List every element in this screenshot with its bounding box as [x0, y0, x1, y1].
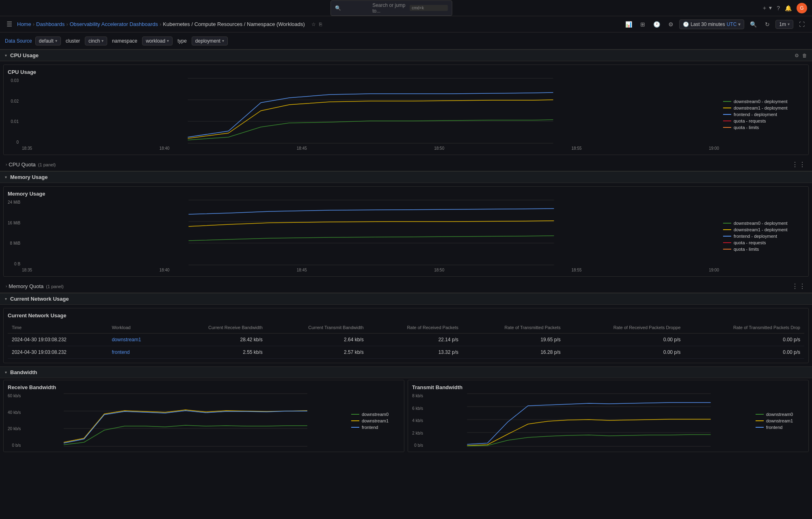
- bandwidth-section-header[interactable]: ▾ Bandwidth: [0, 366, 812, 378]
- menu-icon[interactable]: ☰: [5, 19, 14, 30]
- cpu-delete-icon[interactable]: 🗑: [802, 53, 807, 58]
- breadcrumb-sep1: ›: [33, 21, 35, 27]
- breadcrumb-current: Kubernetes / Compute Resources / Namespa…: [163, 21, 304, 27]
- clock-icon[interactable]: 🕐: [651, 19, 663, 29]
- col-rx-packets: Rate of Received Packets: [368, 322, 462, 334]
- workload-filter[interactable]: workload ▾: [142, 37, 173, 45]
- default-filter[interactable]: default ▾: [35, 37, 61, 45]
- memory-quota-section[interactable]: › Memory Quota (1 panel) ⋮⋮: [0, 280, 812, 293]
- network-table: Time Workload Current Receive Bandwidth …: [8, 322, 804, 359]
- deployment-caret: ▾: [222, 39, 224, 43]
- search-box[interactable]: 🔍 Search or jump to... cmd+k: [330, 0, 452, 16]
- breadcrumb-dashboards[interactable]: Dashboards: [36, 21, 65, 27]
- cpu-x-axis: 18:35 18:40 18:45 18:50 18:55 19:00: [8, 144, 719, 151]
- breadcrumb-observability[interactable]: Observability Accelerator Dashboards: [69, 21, 158, 27]
- plus-icon[interactable]: ＋ ▾: [762, 4, 772, 12]
- cinch-filter[interactable]: cinch ▾: [85, 37, 107, 45]
- mem-legend-quota-lim: quota - limits: [723, 247, 804, 252]
- trans-line-fe: [756, 427, 764, 428]
- receive-bw-wrapper: 60 kb/s 40 kb/s 20 kb/s 0 b/s: [8, 394, 347, 448]
- refresh-caret: ▾: [788, 22, 790, 26]
- search-shortcut: cmd+k: [410, 5, 448, 11]
- cpu-usage-section-header[interactable]: ▾ CPU Usage ⚙ 🗑: [0, 50, 812, 61]
- cpu-quota-section[interactable]: › CPU Quota (1 panel) ⋮⋮: [0, 158, 812, 171]
- network-title: Current Network Usage: [10, 296, 69, 302]
- question-icon[interactable]: ?: [777, 5, 780, 11]
- row2-transmit-bw: 2.57 kb/s: [267, 346, 368, 359]
- zoom-out-icon[interactable]: 🔍: [747, 19, 759, 29]
- cpu-chart-inner: [22, 78, 719, 144]
- cpu-chart-svg: [22, 78, 719, 143]
- receive-bw-chart-area: 60 kb/s 40 kb/s 20 kb/s 0 b/s: [8, 394, 347, 448]
- col-receive-bw: Current Receive Bandwidth: [167, 322, 267, 334]
- cpu-quota-dots-menu[interactable]: ⋮⋮: [792, 161, 806, 168]
- memory-usage-panel: Memory Usage 24 MiB 16 MiB 8 MiB 0 B: [3, 186, 809, 277]
- row2-time: 2024-04-30 19:03:08.232: [8, 346, 108, 359]
- receive-bw-y-axis: 60 kb/s 40 kb/s 20 kb/s 0 b/s: [8, 394, 24, 448]
- row2-rx-packets: 13.32 p/s: [368, 346, 462, 359]
- transmit-bandwidth-panel: Transmit Bandwidth 8 kb/s 6 kb/s 4 kb/s …: [408, 380, 809, 452]
- memory-quota-dots-menu[interactable]: ⋮⋮: [792, 282, 806, 290]
- add-panel-icon[interactable]: ⊞: [638, 19, 648, 29]
- memory-chart-wrapper: 24 MiB 16 MiB 8 MiB 0 B: [8, 200, 719, 266]
- cpu-chart-with-legend: 0.03 0.02 0.01 0: [8, 78, 804, 151]
- share-icon[interactable]: ⎘: [319, 22, 322, 27]
- cpu-legend-quota-lim: quota - limits: [723, 125, 804, 130]
- receive-bw-chart-inner: [24, 394, 347, 448]
- mem-legend-downstream1: downstream1 - deployment: [723, 227, 804, 232]
- mem-line-quota-req: [723, 242, 731, 243]
- default-caret: ▾: [55, 39, 57, 43]
- row1-receive-bw: 28.42 kb/s: [167, 334, 267, 346]
- memory-usage-section-header[interactable]: ▾ Memory Usage: [0, 171, 812, 183]
- cpu-legend-line-downstream1: [723, 108, 731, 108]
- time-range-caret: ▾: [738, 22, 741, 27]
- deployment-filter[interactable]: deployment ▾: [192, 37, 228, 45]
- cpu-usage-icons: ⚙ 🗑: [795, 53, 807, 58]
- expand-icon[interactable]: ⛶: [797, 19, 807, 29]
- user-avatar[interactable]: G: [797, 3, 807, 13]
- mem-legend-quota-req: quota - requests: [723, 240, 804, 245]
- receive-bw-legend: downstream0 downstream1 frontend: [351, 394, 400, 448]
- breadcrumb-sep3: ›: [160, 21, 161, 27]
- downstream1-link[interactable]: downstream1: [112, 337, 141, 342]
- star-icon[interactable]: ☆: [311, 22, 316, 27]
- col-transmit-bw: Current Transmit Bandwidth: [267, 322, 368, 334]
- bar-chart-icon[interactable]: 📊: [623, 19, 635, 29]
- frontend-link[interactable]: frontend: [112, 349, 130, 355]
- nav-bar: ☰ Home › Dashboards › Observability Acce…: [0, 16, 812, 32]
- network-section-header[interactable]: ▾ Current Network Usage: [0, 293, 812, 305]
- network-panel: Current Network Usage Time Workload Curr…: [3, 308, 809, 363]
- time-range-picker[interactable]: 🕐 Last 30 minutes UTC ▾: [679, 19, 744, 29]
- nav-right: 📊 ⊞ 🕐 ⚙ 🕐 Last 30 minutes UTC ▾ 🔍 ↻ 1m ▾…: [623, 19, 807, 29]
- data-source-label[interactable]: Data Source: [5, 38, 32, 44]
- trans-legend-downstream1: downstream1: [756, 418, 804, 423]
- bell-icon[interactable]: 🔔: [785, 5, 792, 11]
- cpu-legend-line-quota-req: [723, 121, 731, 121]
- settings-icon[interactable]: ⚙: [666, 19, 676, 29]
- col-time: Time: [8, 322, 108, 334]
- cpu-chart-wrapper: 0.03 0.02 0.01 0: [8, 78, 719, 144]
- refresh-icon[interactable]: ↻: [762, 19, 772, 29]
- memory-quota-title: Memory Quota: [9, 283, 43, 289]
- cpu-settings-icon[interactable]: ⚙: [795, 53, 799, 58]
- workload-caret: ▾: [167, 39, 169, 43]
- mem-line-downstream1: [723, 229, 731, 230]
- row1-rx-dropped: 0.00 p/s: [565, 334, 685, 346]
- top-search-bar: 🔍 Search or jump to... cmd+k ＋ ▾ ? 🔔 G: [0, 0, 812, 16]
- row2-tx-dropped: 0.00 p/s: [685, 346, 804, 359]
- col-tx-packets: Rate of Transmitted Packets: [462, 322, 565, 334]
- row1-transmit-bw: 2.64 kb/s: [267, 334, 368, 346]
- memory-panel-title: Memory Usage: [8, 191, 804, 197]
- breadcrumb-home[interactable]: Home: [17, 21, 31, 27]
- memory-usage-title: Memory Usage: [10, 174, 48, 180]
- row1-tx-packets: 19.65 p/s: [462, 334, 565, 346]
- cpu-y-axis: 0.03 0.02 0.01 0: [8, 78, 22, 144]
- trans-line-d0: [756, 414, 764, 415]
- transmit-bw-chart-legend: 8 kb/s 6 kb/s 4 kb/s 2 kb/s 0 b/s: [412, 394, 804, 448]
- trans-legend-frontend: frontend: [756, 425, 804, 430]
- refresh-interval[interactable]: 1m ▾: [775, 20, 793, 29]
- cpu-quota-title: CPU Quota: [9, 162, 35, 168]
- transmit-bw-svg: [426, 394, 752, 446]
- trans-line-d1: [756, 420, 764, 421]
- cpu-chart-area: 0.03 0.02 0.01 0: [8, 78, 719, 151]
